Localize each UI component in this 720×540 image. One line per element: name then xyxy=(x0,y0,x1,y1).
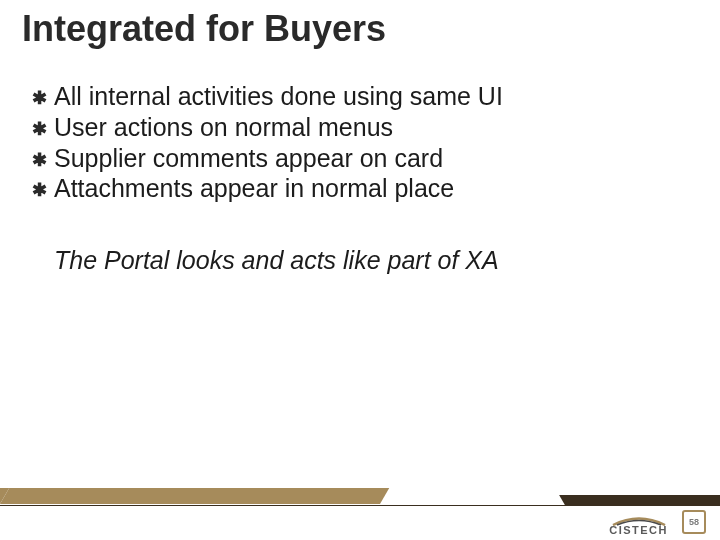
slide: Integrated for Buyers ✱ All internal act… xyxy=(0,0,720,540)
decor-bar-tan xyxy=(0,488,389,504)
tagline: The Portal looks and acts like part of X… xyxy=(54,246,690,275)
logo-arc-icon xyxy=(611,516,667,526)
bullet-icon: ✱ xyxy=(30,88,48,109)
bullet-list: ✱ All internal activities done using sam… xyxy=(30,82,690,205)
bullet-text: Supplier comments appear on card xyxy=(54,144,443,173)
logo: CISTECH xyxy=(609,516,668,536)
list-item: ✱ Attachments appear in normal place xyxy=(30,174,690,203)
list-item: ✱ All internal activities done using sam… xyxy=(30,82,690,111)
page-title: Integrated for Buyers xyxy=(22,8,386,50)
bullet-text: All internal activities done using same … xyxy=(54,82,503,111)
list-item: ✱ Supplier comments appear on card xyxy=(30,144,690,173)
bullet-icon: ✱ xyxy=(30,150,48,171)
page-number-badge: 58 xyxy=(682,510,706,534)
list-item: ✱ User actions on normal menus xyxy=(30,113,690,142)
bullet-icon: ✱ xyxy=(30,180,48,201)
bullet-text: User actions on normal menus xyxy=(54,113,393,142)
footer: CISTECH 58 xyxy=(0,506,720,540)
bullet-text: Attachments appear in normal place xyxy=(54,174,454,203)
decor-bar-dark-wedge xyxy=(559,495,720,505)
bullet-icon: ✱ xyxy=(30,119,48,140)
